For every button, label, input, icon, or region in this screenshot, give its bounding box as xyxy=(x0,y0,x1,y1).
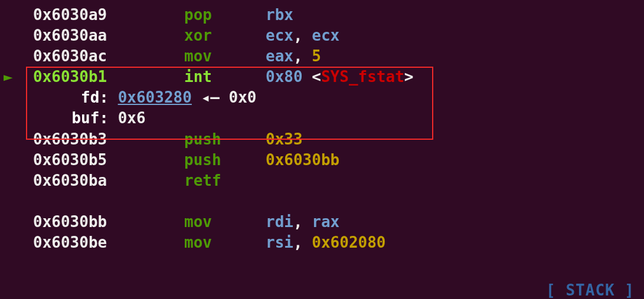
mnemonic: push xyxy=(184,129,266,150)
operand-register: eax xyxy=(266,47,293,65)
comma: , xyxy=(293,27,312,44)
syscall-param-line: buf: 0x6 xyxy=(0,108,644,129)
syscall-param-line: fd: 0x603280 ◂— 0x0 xyxy=(0,87,644,108)
mnemonic: int xyxy=(184,67,266,87)
mnemonic: mov xyxy=(184,46,266,67)
address: 0x6030b5 xyxy=(33,150,184,170)
asm-line: 0x6030aaxorecx, ecx xyxy=(0,25,644,46)
asm-line: 0x6030baretf xyxy=(0,170,644,191)
syscall-name: SYS_fstat xyxy=(321,68,404,86)
disassembly-listing: 0x6030a9poprbx 0x6030aaxorecx, ecx 0x603… xyxy=(0,5,644,253)
operand-register: rax xyxy=(312,213,339,231)
address: 0x6030ba xyxy=(33,170,184,191)
mnemonic: retf xyxy=(184,170,266,191)
comma: , xyxy=(293,234,312,251)
mnemonic: mov xyxy=(184,232,266,253)
mnemonic: mov xyxy=(184,212,266,232)
pointer-arrow-icon: ◂— xyxy=(192,88,229,106)
address-current: 0x6030b1 xyxy=(33,67,184,87)
comma: , xyxy=(293,213,312,231)
asm-line: 0x6030b3push0x33 xyxy=(0,129,644,150)
operand-immediate: 5 xyxy=(312,47,321,65)
asm-current-line: ►0x6030b1int0x80 <SYS_fstat> xyxy=(0,67,644,87)
address: 0x6030aa xyxy=(33,25,184,46)
blank-line xyxy=(0,191,644,212)
mnemonic: xor xyxy=(184,25,266,46)
param-label-fd: fd: xyxy=(33,87,109,108)
asm-line: 0x6030bemovrsi, 0x602080 xyxy=(0,232,644,253)
address: 0x6030ac xyxy=(33,46,184,67)
operand-blank xyxy=(266,172,275,189)
operand-immediate: 0x80 xyxy=(266,68,303,86)
operand-register: ecx xyxy=(312,27,339,44)
address: 0x6030be xyxy=(33,232,184,253)
address: 0x6030bb xyxy=(33,212,184,232)
fd-pointer-link[interactable]: 0x603280 xyxy=(118,88,192,106)
operand-register: rbx xyxy=(266,6,293,24)
operand-immediate: 0x33 xyxy=(266,130,303,148)
asm-line: 0x6030acmoveax, 5 xyxy=(0,46,644,67)
comma: , xyxy=(293,47,312,65)
operand-register: rsi xyxy=(266,234,293,251)
mnemonic: pop xyxy=(184,5,266,25)
operand-immediate: 0x602080 xyxy=(312,234,385,251)
angle-close: > xyxy=(404,68,414,86)
address: 0x6030b3 xyxy=(33,129,184,150)
operand-register: ecx xyxy=(266,27,293,44)
operand-register: rdi xyxy=(266,213,293,231)
angle-open: < xyxy=(303,68,321,86)
asm-line: 0x6030b5push0x6030bb xyxy=(0,150,644,170)
address: 0x6030a9 xyxy=(33,5,184,25)
buf-value: 0x6 xyxy=(118,109,146,127)
current-instruction-marker-icon: ► xyxy=(4,67,13,87)
asm-line: 0x6030a9poprbx xyxy=(0,5,644,25)
asm-line: 0x6030bbmovrdi, rax xyxy=(0,212,644,232)
stack-section-banner: [ STACK ] xyxy=(546,280,635,299)
param-label-buf: buf: xyxy=(33,108,109,129)
operand-immediate: 0x6030bb xyxy=(266,151,339,169)
fd-value: 0x0 xyxy=(229,88,257,106)
mnemonic: push xyxy=(184,150,266,170)
